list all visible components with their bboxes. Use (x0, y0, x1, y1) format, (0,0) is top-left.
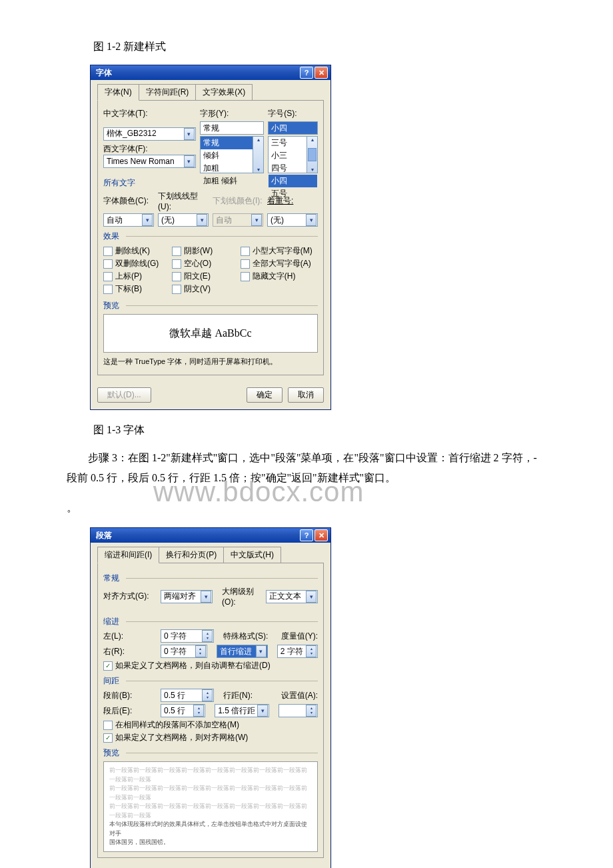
label-special: 特殊格式(S): (223, 631, 268, 642)
spinner-icon: ▴▾ (306, 705, 316, 717)
paragraph-dialog-title: 段落 (96, 530, 299, 541)
tab-text-effects[interactable]: 文字效果(X) (195, 84, 253, 101)
label-underline-color: 下划线颜色(I): (213, 196, 263, 205)
after-spin[interactable]: 0.5 行▴▾ (161, 704, 205, 717)
font-dialog-titlebar[interactable]: 字体 ? ✕ (91, 65, 330, 80)
en-font-combo[interactable]: Times New Roman▾ (103, 155, 196, 168)
align-value: 两端对齐 (164, 591, 196, 602)
tab-cjk[interactable]: 中文版式(H) (223, 547, 281, 563)
chevron-down-icon: ▾ (184, 128, 195, 140)
chk-hidden[interactable]: 隐藏文字(H) (241, 271, 318, 282)
size-value: 小四 (271, 123, 287, 134)
underline-color-value: 自动 (216, 215, 232, 226)
linespace-value: 1.5 倍行距 (218, 705, 255, 717)
label-outline: 大纲级别(O): (222, 586, 262, 607)
chk-double-strike[interactable]: 双删除线(G) (103, 258, 168, 269)
font-color-value: 自动 (107, 215, 123, 226)
chk-allcaps[interactable]: 全部大写字母(A) (241, 258, 318, 269)
chk-no-space-same-style[interactable]: 在相同样式的段落间不添加空格(M) (103, 719, 318, 731)
underline-combo[interactable]: (无)▾ (158, 213, 209, 227)
default-button[interactable]: 默认(D)... (97, 387, 151, 403)
chk-grid-indent[interactable]: 如果定义了文档网格，则自动调整右缩进(D) (103, 660, 318, 671)
paragraph-dialog-titlebar[interactable]: 段落 ? ✕ (91, 528, 330, 543)
figure-caption-1-3: 图 1-3 字体 (93, 423, 546, 437)
label-size: 字号(S): (268, 109, 297, 118)
step3-end: 。 (67, 498, 546, 518)
linespace-combo[interactable]: 1.5 倍行距▾ (215, 704, 269, 717)
help-button[interactable]: ? (300, 529, 313, 541)
section-para-preview: 预览 (103, 747, 318, 759)
chk-shadow[interactable]: 阴影(W) (172, 245, 237, 257)
by-spin[interactable]: 2 字符▴▾ (277, 645, 318, 658)
align-combo[interactable]: 两端对齐▾ (161, 590, 213, 603)
cn-font-value: 楷体_GB2312 (107, 128, 157, 139)
chk-subscript[interactable]: 下标(B) (103, 283, 168, 295)
help-button[interactable]: ? (300, 67, 313, 79)
special-value: 首行缩进 (220, 646, 252, 657)
font-note: 这是一种 TrueType 字体，同时适用于屏幕和打印机。 (103, 355, 318, 369)
en-font-value: Times New Roman (107, 157, 175, 166)
indent-right-spin[interactable]: 0 字符▴▾ (161, 645, 207, 658)
chevron-down-icon: ▾ (251, 214, 262, 226)
style-listbox[interactable]: 常规 倾斜 加粗 加粗 倾斜 ▴▾ (200, 136, 264, 173)
after-value: 0.5 行 (164, 705, 185, 717)
chk-engrave[interactable]: 阴文(V) (172, 283, 237, 295)
chevron-down-icon: ▾ (306, 214, 316, 226)
chk-hollow[interactable]: 空心(O) (172, 258, 237, 269)
para-tab-panel: 常规 对齐方式(G): 两端对齐▾ 大纲级别(O): 正文文本▾ 缩进 左(L)… (97, 563, 324, 858)
close-button[interactable]: ✕ (314, 529, 328, 541)
size-listbox[interactable]: 三号 小三 四号 小四 五号 ▴▾ (268, 136, 318, 173)
list-item[interactable]: 五号 (269, 187, 317, 200)
by-value: 2 字符 (281, 646, 303, 657)
cancel-button[interactable]: 取消 (288, 387, 324, 403)
font-color-combo[interactable]: 自动▾ (103, 213, 154, 227)
chk-superscript[interactable]: 上标(P) (103, 271, 168, 282)
tab-font[interactable]: 字体(N) (97, 84, 139, 101)
size-input[interactable]: 小四 (268, 121, 318, 135)
chk-grid-snap[interactable]: 如果定义了文档网格，则对齐网格(W) (103, 732, 318, 743)
indent-right-value: 0 字符 (164, 646, 187, 657)
chevron-down-icon: ▾ (184, 155, 195, 167)
chevron-down-icon: ▾ (257, 705, 268, 717)
cn-font-combo[interactable]: 楷体_GB2312▾ (103, 127, 196, 141)
before-value: 0.5 行 (164, 690, 185, 701)
scrollbar[interactable]: ▴▾ (306, 137, 317, 173)
scrollbar[interactable]: ▴▾ (253, 137, 263, 173)
special-combo[interactable]: 首行缩进▾ (217, 645, 268, 658)
tab-indent-spacing[interactable]: 缩进和间距(I) (97, 547, 159, 563)
font-tabs: 字体(N) 字符间距(R) 文字效果(X) (97, 84, 324, 101)
chk-smallcaps[interactable]: 小型大写字母(M) (241, 245, 318, 257)
at-spin[interactable]: ▴▾ (279, 704, 318, 717)
label-by: 度量值(Y): (281, 631, 318, 642)
label-cn-font: 中文字体(T): (103, 109, 148, 118)
close-button[interactable]: ✕ (314, 67, 328, 79)
indent-left-spin[interactable]: 0 字符▴▾ (161, 629, 214, 643)
chevron-down-icon: ▾ (201, 591, 211, 603)
section-indent: 缩进 (103, 616, 318, 627)
label-linespace: 行距(N): (223, 690, 253, 701)
label-color: 字体颜色(C): (103, 196, 149, 205)
list-item[interactable]: 加粗 倾斜 (201, 175, 263, 187)
outline-combo[interactable]: 正文文本▾ (266, 590, 318, 603)
before-spin[interactable]: 0.5 行▴▾ (161, 689, 214, 702)
para-tabs: 缩进和间距(I) 换行和分页(P) 中文版式(H) (97, 547, 324, 563)
chevron-down-icon: ▾ (306, 591, 316, 603)
ok-button[interactable]: 确定 (247, 387, 283, 403)
tab-line-page-break[interactable]: 换行和分页(P) (159, 547, 224, 563)
tab-spacing[interactable]: 字符间距(R) (139, 84, 197, 101)
chk-strike[interactable]: 删除线(K) (103, 245, 168, 257)
label-at: 设置值(A): (281, 690, 318, 701)
figure-caption-1-2: 图 1-2 新建样式 (93, 40, 546, 54)
spinner-icon: ▴▾ (195, 645, 206, 657)
para-preview-box: 前一段落前一段落前一段落前一段落前一段落前一段落前一段落前一段落前一段落前一段落… (103, 761, 318, 852)
paragraph-dialog: 段落 ? ✕ 缩进和间距(I) 换行和分页(P) 中文版式(H) 常规 对齐方式… (90, 527, 331, 868)
label-left: 左(L): (103, 631, 157, 642)
emphasis-combo[interactable]: (无)▾ (267, 213, 318, 227)
style-input[interactable]: 常规 (200, 121, 264, 135)
font-dialog-title: 字体 (96, 67, 299, 79)
label-en-font: 西文字体(F): (103, 144, 148, 153)
label-align: 对齐方式(G): (103, 591, 157, 602)
chk-emboss[interactable]: 阳文(E) (172, 271, 237, 282)
spinner-icon: ▴▾ (202, 689, 213, 701)
list-item[interactable]: 小四 (269, 175, 317, 187)
